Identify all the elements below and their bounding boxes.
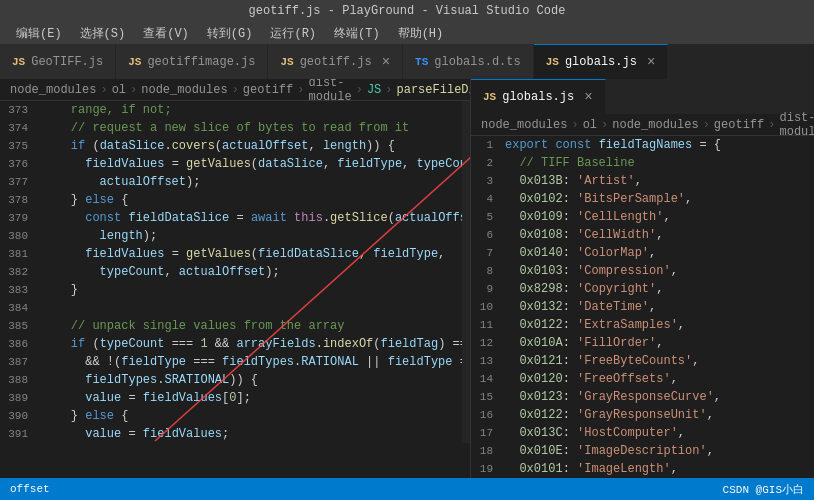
minimap	[462, 101, 470, 443]
code-line: 4 0x0102: 'BitsPerSample',	[471, 190, 814, 208]
tab-label: GeoTIFF.js	[31, 55, 103, 69]
left-code-area[interactable]: 373 range, if not; 374 // request a new …	[0, 101, 470, 443]
tab-globals-js[interactable]: JS globals.js ×	[534, 44, 669, 79]
left-editor: node_modules › ol › node_modules › geoti…	[0, 79, 470, 478]
tab-geotiff-js2[interactable]: JS geotiff.js ×	[268, 44, 403, 79]
right-code-lines: 1 export const fieldTagNames = { 2 // TI…	[471, 136, 814, 478]
js-icon: JS	[128, 56, 141, 68]
tab-close-icon[interactable]: ×	[382, 54, 390, 70]
code-line: 5 0x0109: 'CellLength',	[471, 208, 814, 226]
tab-globals-ts[interactable]: TS globals.d.ts	[403, 44, 534, 79]
js-icon: JS	[280, 56, 293, 68]
tab-geotiff-js[interactable]: JS GeoTIFF.js	[0, 44, 116, 79]
code-line: 373 range, if not;	[0, 101, 470, 119]
code-line: 374 // request a new slice of bytes to r…	[0, 119, 470, 137]
tab-label: globals.js	[565, 55, 637, 69]
code-line: 11 0x0122: 'ExtraSamples',	[471, 316, 814, 334]
status-offset: offset	[10, 483, 50, 495]
code-line: 12 0x010A: 'FillOrder',	[471, 334, 814, 352]
status-credit: CSDN @GIS小白	[723, 482, 804, 497]
menu-select[interactable]: 选择(S)	[72, 23, 134, 44]
title-bar: geotiff.js - PlayGround - Visual Studio …	[0, 0, 814, 22]
right-editor: JS globals.js × node_modules › ol › node…	[470, 79, 814, 478]
menu-help[interactable]: 帮助(H)	[390, 23, 452, 44]
code-line: 10 0x0132: 'DateTime',	[471, 298, 814, 316]
tab-bar: JS GeoTIFF.js JS geotiffimage.js JS geot…	[0, 44, 814, 79]
code-line: 383 }	[0, 281, 470, 299]
code-line: 387 && !(fieldType === fieldTypes.RATION…	[0, 353, 470, 371]
code-line: 6 0x0108: 'CellWidth',	[471, 226, 814, 244]
menu-bar: 编辑(E) 选择(S) 查看(V) 转到(G) 运行(R) 终端(T) 帮助(H…	[0, 22, 814, 44]
menu-terminal[interactable]: 终端(T)	[326, 23, 388, 44]
main-area: node_modules › ol › node_modules › geoti…	[0, 79, 814, 478]
right-code-area[interactable]: 1 export const fieldTagNames = { 2 // TI…	[471, 136, 814, 478]
menu-edit[interactable]: 编辑(E)	[8, 23, 70, 44]
code-line: 377 actualOffset);	[0, 173, 470, 191]
code-line: 378 } else {	[0, 191, 470, 209]
right-tab-bar: JS globals.js ×	[471, 79, 814, 114]
code-line: 390 } else {	[0, 407, 470, 425]
tab-label: globals.js	[502, 90, 574, 104]
js-icon: JS	[483, 91, 496, 103]
code-line: 389 value = fieldValues[0];	[0, 389, 470, 407]
title-text: geotiff.js - PlayGround - Visual Studio …	[249, 4, 566, 18]
code-line: 18 0x010E: 'ImageDescription',	[471, 442, 814, 460]
tab-close-icon[interactable]: ×	[647, 54, 655, 70]
code-line: 376 fieldValues = getValues(dataSlice, f…	[0, 155, 470, 173]
code-line: 1 export const fieldTagNames = {	[471, 136, 814, 154]
code-line: 385 // unpack single values from the arr…	[0, 317, 470, 335]
tab-label: geotiff.js	[300, 55, 372, 69]
right-breadcrumb: node_modules › ol › node_modules › geoti…	[471, 114, 814, 136]
code-line: 14 0x0120: 'FreeOffsets',	[471, 370, 814, 388]
js-icon: JS	[546, 56, 559, 68]
breadcrumb: node_modules › ol › node_modules › geoti…	[0, 79, 470, 101]
tab-globals-js-right[interactable]: JS globals.js ×	[471, 79, 606, 114]
code-line: 391 value = fieldValues;	[0, 425, 470, 443]
code-line: 382 typeCount, actualOffset);	[0, 263, 470, 281]
tab-close-icon[interactable]: ×	[584, 89, 592, 105]
menu-run[interactable]: 运行(R)	[262, 23, 324, 44]
status-bar: offset CSDN @GIS小白	[0, 478, 814, 500]
code-line: 384	[0, 299, 470, 317]
tab-geotiffimage-js[interactable]: JS geotiffimage.js	[116, 44, 268, 79]
code-line: 380 length);	[0, 227, 470, 245]
js-icon: JS	[12, 56, 25, 68]
code-line: 381 fieldValues = getValues(fieldDataSli…	[0, 245, 470, 263]
code-line: 3 0x013B: 'Artist',	[471, 172, 814, 190]
code-line: 17 0x013C: 'HostComputer',	[471, 424, 814, 442]
code-line: 386 if (typeCount === 1 && arrayFields.i…	[0, 335, 470, 353]
tab-label: globals.d.ts	[434, 55, 520, 69]
menu-view[interactable]: 查看(V)	[135, 23, 197, 44]
code-line: 2 // TIFF Baseline	[471, 154, 814, 172]
code-lines: 373 range, if not; 374 // request a new …	[0, 101, 470, 443]
code-line: 379 const fieldDataSlice = await this.ge…	[0, 209, 470, 227]
code-line: 19 0x0101: 'ImageLength',	[471, 460, 814, 478]
code-line: 7 0x0140: 'ColorMap',	[471, 244, 814, 262]
code-line: 15 0x0123: 'GrayResponseCurve',	[471, 388, 814, 406]
code-line: 375 if (dataSlice.covers(actualOffset, l…	[0, 137, 470, 155]
menu-goto[interactable]: 转到(G)	[199, 23, 261, 44]
code-line: 13 0x0121: 'FreeByteCounts',	[471, 352, 814, 370]
code-line: 16 0x0122: 'GrayResponseUnit',	[471, 406, 814, 424]
ts-icon: TS	[415, 56, 428, 68]
code-line: 9 0x8298: 'Copyright',	[471, 280, 814, 298]
code-line: 8 0x0103: 'Compression',	[471, 262, 814, 280]
code-line: 388 fieldTypes.SRATIONAL)) {	[0, 371, 470, 389]
tab-label: geotiffimage.js	[147, 55, 255, 69]
